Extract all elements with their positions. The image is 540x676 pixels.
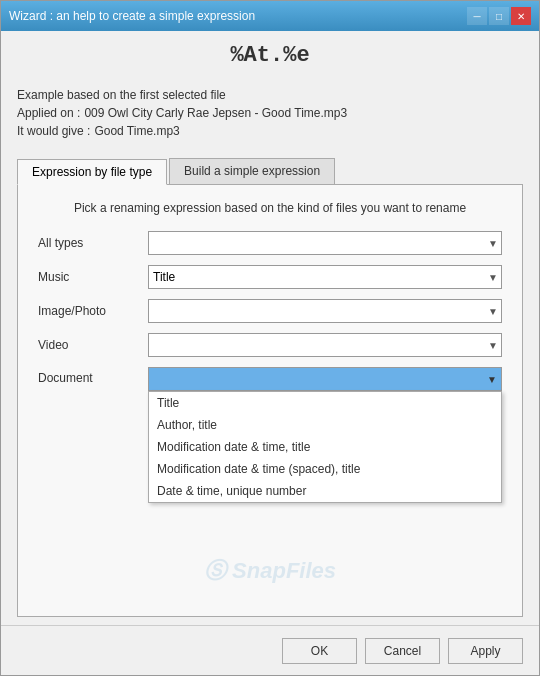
watermark: Ⓢ SnapFiles [204, 556, 336, 586]
music-label: Music [38, 270, 138, 284]
apply-button[interactable]: Apply [448, 638, 523, 664]
main-window: Wizard : an help to create a simple expr… [0, 0, 540, 676]
music-row: Music Title Title Artist - Title ▼ [38, 265, 502, 289]
example-row: Example based on the first selected file [17, 86, 523, 104]
example-label: Example based on the first selected file [17, 88, 226, 102]
bottom-bar: OK Cancel Apply [1, 625, 539, 675]
it-would-give-label: It would give : [17, 124, 90, 138]
tab-build-simple-expression[interactable]: Build a simple expression [169, 158, 335, 184]
window-controls: ─ □ ✕ [467, 7, 531, 25]
expression-display: %At.%e [17, 43, 523, 68]
all-types-select-wrapper: ▼ [148, 231, 502, 255]
image-photo-label: Image/Photo [38, 304, 138, 318]
info-section: Example based on the first selected file… [17, 82, 523, 144]
title-bar: Wizard : an help to create a simple expr… [1, 1, 539, 31]
document-option-title[interactable]: Title [149, 392, 501, 414]
all-types-row: All types ▼ [38, 231, 502, 255]
document-option-mod-datetime-spaced-title[interactable]: Modification date & time (spaced), title [149, 458, 501, 480]
all-types-label: All types [38, 236, 138, 250]
document-chevron-down-icon: ▼ [487, 374, 497, 385]
ok-button[interactable]: OK [282, 638, 357, 664]
image-photo-select[interactable] [148, 299, 502, 323]
close-button[interactable]: ✕ [511, 7, 531, 25]
window-title: Wizard : an help to create a simple expr… [9, 9, 255, 23]
document-dropdown: Title Author, title Modification date & … [148, 391, 502, 503]
document-row: Document ▼ Title Author, title Modificat… [38, 367, 502, 391]
cancel-button[interactable]: Cancel [365, 638, 440, 664]
image-photo-select-wrapper: ▼ [148, 299, 502, 323]
minimize-button[interactable]: ─ [467, 7, 487, 25]
video-label: Video [38, 338, 138, 352]
video-row: Video ▼ [38, 333, 502, 357]
tab-bar: Expression by file type Build a simple e… [17, 158, 523, 185]
tab-section: Expression by file type Build a simple e… [17, 158, 523, 617]
maximize-button[interactable]: □ [489, 7, 509, 25]
tab-instruction: Pick a renaming expression based on the … [38, 201, 502, 215]
video-select[interactable] [148, 333, 502, 357]
music-select[interactable]: Title Title Artist - Title [148, 265, 502, 289]
all-types-select[interactable] [148, 231, 502, 255]
tab-expression-by-file-type[interactable]: Expression by file type [17, 159, 167, 185]
applied-on-label: Applied on : [17, 106, 80, 120]
applied-on-row: Applied on : 009 Owl City Carly Rae Jeps… [17, 104, 523, 122]
music-select-wrapper: Title Title Artist - Title ▼ [148, 265, 502, 289]
tab-content-expression-by-file-type: Pick a renaming expression based on the … [17, 185, 523, 617]
document-select-display[interactable]: ▼ [148, 367, 502, 391]
document-option-author-title[interactable]: Author, title [149, 414, 501, 436]
document-label: Document [38, 371, 138, 385]
video-select-wrapper: ▼ [148, 333, 502, 357]
snapfiles-icon: Ⓢ [204, 558, 226, 583]
watermark-text: SnapFiles [232, 558, 336, 583]
image-photo-row: Image/Photo ▼ [38, 299, 502, 323]
document-option-date-time-unique[interactable]: Date & time, unique number [149, 480, 501, 502]
it-would-give-value: Good Time.mp3 [94, 124, 179, 138]
main-content: %At.%e Example based on the first select… [1, 31, 539, 625]
applied-on-value: 009 Owl City Carly Rae Jepsen - Good Tim… [84, 106, 347, 120]
document-option-mod-datetime-title[interactable]: Modification date & time, title [149, 436, 501, 458]
it-would-give-row: It would give : Good Time.mp3 [17, 122, 523, 140]
document-dropdown-container: ▼ Title Author, title Modification date … [148, 367, 502, 391]
